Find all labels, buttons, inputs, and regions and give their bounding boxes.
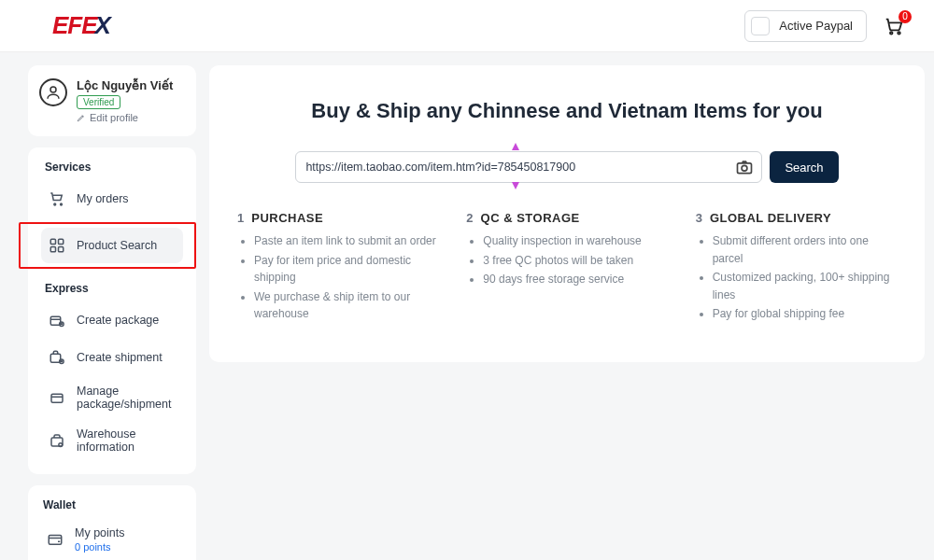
cart-badge: 0 [899, 10, 912, 23]
search-field[interactable] [295, 151, 762, 183]
bullet: Customized packing, 100+ shipping lines [713, 269, 897, 303]
sidebar-item-product-search[interactable]: Product Search [41, 228, 183, 263]
svg-rect-5 [50, 239, 55, 244]
bullet: 90 days free storage service [483, 271, 667, 288]
step-number: 3 [696, 211, 702, 225]
bullet: Pay for global shipping fee [713, 305, 897, 323]
svg-point-19 [742, 165, 747, 171]
svg-rect-7 [50, 247, 55, 252]
svg-point-0 [890, 32, 893, 35]
main: Buy & Ship any Chinnese and Vietnam Item… [209, 65, 925, 560]
step-number: 2 [466, 211, 473, 225]
sidebar-label-line2: package/shipment [77, 398, 171, 411]
cart-button[interactable]: 0 [884, 16, 904, 36]
steps: 1 PURCHASE Paste an item link to submit … [237, 211, 897, 325]
step-qc: 2 QC & STORAGE Quality inspection in war… [466, 211, 667, 325]
wallet-heading: Wallet [43, 498, 185, 511]
user-icon [45, 84, 62, 101]
active-paypal-button[interactable]: Active Paypal [744, 10, 867, 42]
wallet-card: Wallet My points 0 points [28, 485, 196, 560]
pencil-icon [77, 113, 86, 122]
sidebar-label: Create shipment [77, 351, 163, 364]
page: Lộc Nguyễn Viết Verified Edit profile Se… [0, 52, 934, 560]
sidebar-item-my-points[interactable]: My points 0 points [39, 519, 185, 560]
logo-text-main: EFE [52, 11, 97, 40]
svg-rect-14 [51, 438, 63, 446]
svg-marker-20 [512, 143, 519, 150]
step-bullets: Quality inspection in warehouse 3 free Q… [466, 232, 667, 288]
search-button[interactable]: Search [770, 151, 838, 183]
svg-point-15 [59, 443, 63, 447]
search-input[interactable] [305, 161, 724, 174]
svg-point-1 [898, 32, 900, 35]
my-points-label: My points [75, 526, 125, 539]
bullet: We purchase & ship item to our warehouse [254, 288, 438, 323]
svg-point-3 [54, 203, 56, 205]
paypal-label: Active Paypal [779, 19, 853, 33]
package-icon [47, 387, 67, 408]
profile-card: Lộc Nguyễn Viết Verified Edit profile [28, 65, 196, 136]
svg-rect-8 [59, 247, 64, 252]
sidebar-label: Create package [77, 314, 159, 327]
sidebar-item-create-package[interactable]: Create package [41, 302, 183, 338]
logo[interactable]: EFEX [52, 11, 110, 40]
sidebar-label: Warehouse information [77, 427, 177, 454]
highlighted-product-search: Product Search [19, 222, 196, 269]
search-row: Search [237, 151, 897, 183]
wallet-icon [45, 529, 65, 550]
svg-rect-6 [59, 239, 64, 244]
step-title: PURCHASE [251, 211, 323, 225]
svg-rect-16 [49, 536, 62, 545]
sidebar-item-create-shipment[interactable]: Create shipment [41, 340, 183, 375]
services-card: Services My orders Product Search [28, 147, 196, 474]
header: EFEX Active Paypal 0 [0, 0, 934, 52]
step-number: 1 [237, 211, 244, 225]
points-value: 0 points [75, 541, 125, 553]
bullet: Paste an item link to submit an order [254, 232, 438, 250]
step-delivery: 3 GLOBAL DELIVERY Submit different order… [696, 211, 897, 325]
svg-point-2 [50, 87, 56, 92]
grid-icon [47, 235, 67, 256]
header-right: Active Paypal 0 [744, 10, 904, 42]
bullet: Quality inspection in warehouse [483, 232, 667, 250]
step-bullets: Submit different orders into one parcel … [696, 232, 897, 323]
logo-text-tail: X [95, 11, 110, 40]
step-purchase: 1 PURCHASE Paste an item link to submit … [237, 211, 438, 325]
package-plus-icon [47, 310, 67, 330]
sidebar-item-my-orders[interactable]: My orders [41, 181, 183, 217]
paypal-icon [751, 17, 770, 35]
svg-rect-13 [51, 394, 63, 402]
cart-small-icon [47, 189, 67, 209]
svg-marker-21 [512, 182, 519, 189]
sidebar-label: Product Search [77, 239, 157, 252]
sidebar-label: My orders [77, 192, 129, 205]
camera-icon[interactable] [735, 158, 754, 179]
svg-rect-18 [738, 163, 752, 174]
step-title: QC & STORAGE [481, 211, 580, 225]
svg-point-4 [61, 203, 63, 205]
step-title: GLOBAL DELIVERY [710, 211, 831, 225]
username: Lộc Nguyễn Viết [77, 78, 173, 92]
step-bullets: Paste an item link to submit an order Pa… [237, 232, 438, 323]
sidebar-label-line1: Manage [77, 385, 171, 398]
edit-profile-link[interactable]: Edit profile [77, 112, 173, 123]
edit-profile-label: Edit profile [90, 112, 138, 123]
verified-badge: Verified [77, 95, 120, 109]
services-heading: Services [45, 161, 183, 174]
main-card: Buy & Ship any Chinnese and Vietnam Item… [209, 65, 925, 362]
bullet: 3 free QC photos will be taken [483, 252, 667, 270]
bullet: Submit different orders into one parcel [713, 232, 897, 267]
avatar [39, 78, 67, 106]
page-title: Buy & Ship any Chinnese and Vietnam Item… [237, 99, 897, 123]
warehouse-icon [47, 430, 67, 451]
sidebar-item-manage-package[interactable]: Manage package/shipment [41, 377, 183, 418]
sidebar: Lộc Nguyễn Viết Verified Edit profile Se… [28, 65, 196, 560]
express-heading: Express [45, 282, 183, 295]
shipment-plus-icon [47, 347, 67, 368]
bullet: Pay for item price and domestic shipping [254, 252, 438, 287]
sidebar-item-warehouse-info[interactable]: Warehouse information [41, 420, 183, 461]
